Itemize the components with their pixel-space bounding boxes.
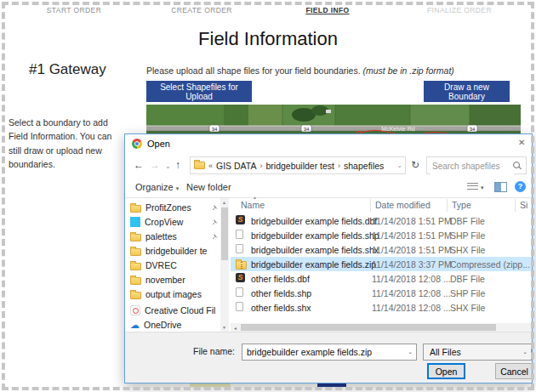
satellite-map[interactable]: 34 34 34 McKelvie Rd <box>146 105 521 136</box>
file-row[interactable]: other fields.dbf 11/14/2018 12:08 ... DB… <box>231 271 532 286</box>
scroll-left-icon[interactable]: ◄ <box>233 326 237 331</box>
view-mode-icon[interactable] <box>467 183 478 191</box>
breadcrumb-segment[interactable]: GIS DATA <box>216 161 256 171</box>
preview-pane-icon[interactable] <box>494 182 507 192</box>
file-type-select[interactable]: All Files ⌄ <box>423 344 532 361</box>
zip-file-icon <box>236 261 247 270</box>
shp-file-icon <box>236 230 243 239</box>
pin-icon <box>212 217 219 227</box>
folder-icon <box>130 292 141 299</box>
file-name-input[interactable]: bridgebuilder example fields.zip ⌄ <box>242 344 417 361</box>
scroll-down-icon[interactable]: ▼ <box>222 325 226 330</box>
sidebar-item-bridgebuilder[interactable]: bridgebuilder te <box>130 244 219 258</box>
dialog-addressbar: ← → ⌄ ↑ « GIS DATA › bridgebuilder test … <box>125 153 532 179</box>
cropview-app-icon <box>130 217 140 227</box>
screenshot-frame: START ORDER CREATE ORDER FIELD INFO FINA… <box>0 0 536 392</box>
sidebar-item-output-images[interactable]: output images <box>130 287 219 301</box>
route-shield-icon: 34 <box>301 125 311 132</box>
open-button[interactable]: Open <box>427 363 465 379</box>
field-heading: #1 Gateway <box>29 61 106 78</box>
view-dropdown-icon[interactable]: ▾ <box>481 185 484 191</box>
scrollbar-thumb[interactable] <box>221 207 228 260</box>
scrollbar-thumb[interactable] <box>241 324 496 331</box>
column-header-name[interactable]: Name <box>241 200 265 210</box>
search-box[interactable] <box>426 156 527 174</box>
select-shapefiles-button[interactable]: Select Shapefiles for Upload <box>146 81 252 102</box>
open-file-dialog: Open ✕ ← → ⌄ ↑ « GIS DATA › bridgebuilde… <box>124 134 533 383</box>
refresh-icon[interactable]: ↻ <box>411 159 419 171</box>
breadcrumb-segment[interactable]: bridgebuilder test <box>265 161 334 171</box>
column-header-size[interactable]: Si <box>520 200 527 210</box>
folder-icon <box>130 248 141 256</box>
folder-icon <box>130 205 141 213</box>
folder-icon <box>194 162 205 169</box>
svg-text:34: 34 <box>304 127 310 132</box>
file-row[interactable]: other fields.shx 11/14/2018 12:08 ... SH… <box>231 300 532 315</box>
shx-file-icon <box>236 244 243 253</box>
organize-menu[interactable]: Organize ▾ <box>135 182 179 192</box>
dialog-titlebar[interactable]: Open ✕ <box>125 134 532 153</box>
back-icon[interactable]: ← <box>134 159 144 171</box>
svg-text:34: 34 <box>470 127 476 132</box>
route-shield-icon: 34 <box>209 125 220 132</box>
file-row[interactable]: bridgebuilder example fields.dbf 11/14/2… <box>231 213 532 228</box>
nav-start-order[interactable]: START ORDER <box>47 6 101 14</box>
column-header-type[interactable]: Type <box>452 200 471 210</box>
search-icon <box>513 162 520 168</box>
sidebar-item-cropview[interactable]: CropView <box>130 215 219 229</box>
chrome-icon <box>132 139 142 149</box>
dialog-footer: File name: bridgebuilder example fields.… <box>125 332 532 383</box>
file-row-selected[interactable]: bridgebuilder example fields.zip 11/14/2… <box>231 257 532 271</box>
sidebar-item-palettes[interactable]: palettes <box>130 230 219 243</box>
sidebar-scrollbar[interactable]: ▲ ▼ <box>220 198 229 332</box>
sidebar-item-november[interactable]: november <box>130 273 219 287</box>
column-divider <box>447 199 448 212</box>
breadcrumb-segment[interactable]: shapefiles <box>344 161 384 171</box>
new-folder-button[interactable]: New folder <box>186 182 231 192</box>
chevron-down-icon: ▾ <box>176 185 180 191</box>
history-dropdown-icon[interactable]: ⌄ <box>165 162 171 170</box>
nav-field-info[interactable]: FIELD INFO <box>305 6 349 14</box>
boundary-helper-text: Select a boundary to add Field Informati… <box>9 116 124 171</box>
dialog-toolbar: Organize ▾ New folder ▾ ? <box>125 179 532 198</box>
pin-icon <box>212 202 219 213</box>
file-row[interactable]: bridgebuilder example fields.shp 11/14/2… <box>231 228 532 242</box>
dbf-file-icon <box>236 215 245 224</box>
search-input[interactable] <box>431 158 514 174</box>
breadcrumb-separator-icon: › <box>259 162 262 170</box>
shp-file-icon <box>236 287 243 297</box>
creative-cloud-icon <box>130 305 140 315</box>
nav-create-order[interactable]: CREATE ORDER <box>171 6 232 14</box>
map-satellite-image: 34 34 34 McKelvie Rd <box>146 105 521 136</box>
sidebar-item-creative-cloud[interactable]: Creative Cloud Fil <box>130 304 219 317</box>
svg-text:34: 34 <box>212 127 218 132</box>
road-label: McKelvie Rd <box>381 126 414 132</box>
draw-boundary-button[interactable]: Draw a new Boundary <box>424 81 510 102</box>
dbf-file-icon <box>236 273 245 282</box>
column-divider <box>515 199 516 212</box>
nav-finalize-order: FINALIZE ORDER <box>427 6 492 14</box>
breadcrumb-prefix: « <box>208 162 213 170</box>
sidebar-item-profitzones[interactable]: ProfitZones <box>130 201 219 214</box>
pin-icon <box>212 231 219 241</box>
breadcrumb[interactable]: « GIS DATA › bridgebuilder test › shapef… <box>190 156 406 174</box>
folder-icon <box>130 277 141 285</box>
scroll-up-icon[interactable]: ▲ <box>222 200 226 205</box>
close-icon[interactable]: ✕ <box>518 138 525 147</box>
address-dropdown-icon[interactable]: ⌄ <box>396 162 402 169</box>
help-icon[interactable]: ? <box>515 181 526 192</box>
onedrive-cloud-icon: ☁ <box>130 320 140 330</box>
horizontal-scrollbar[interactable]: ◄ <box>231 323 532 332</box>
breadcrumb-separator-icon: › <box>338 162 340 170</box>
column-header-date[interactable]: Date modified <box>375 200 431 210</box>
sidebar-item-dvrec[interactable]: DVREC <box>130 258 219 272</box>
cancel-button[interactable]: Cancel <box>495 363 533 379</box>
file-row[interactable]: other fields.shp 11/14/2018 12:08 ... SH… <box>231 286 532 300</box>
up-folder-icon[interactable]: ↑ <box>175 159 180 171</box>
chevron-down-icon[interactable]: ⌄ <box>408 349 413 355</box>
route-shield-icon: 34 <box>467 125 477 132</box>
file-list: ▲ Name Date modified Type Si bridgebuild… <box>231 198 532 332</box>
file-row[interactable]: bridgebuilder example fields.shx 11/14/2… <box>231 242 532 257</box>
folder-icon <box>130 263 141 270</box>
sidebar-item-onedrive[interactable]: ☁ OneDrive <box>130 318 219 332</box>
